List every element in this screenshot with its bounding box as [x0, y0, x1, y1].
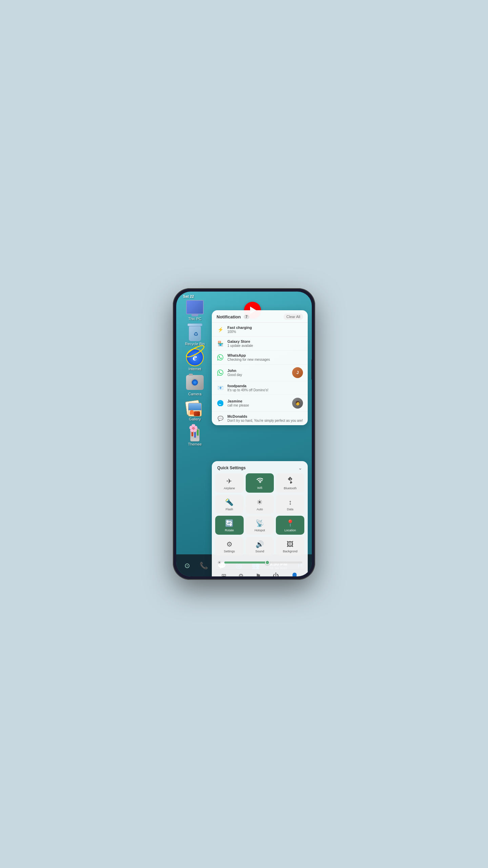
notif-msg-foodpanda: It's up to 49% off Domino's! [227, 388, 303, 392]
airplane-icon: ✈ [226, 477, 232, 485]
brightness-sun-icon: ☀ [217, 560, 222, 565]
side-volume-button[interactable] [311, 359, 312, 380]
galaxy-icon: 🏪 [217, 340, 224, 347]
notif-app-foodpanda: foodpanda [227, 384, 303, 388]
qs-tile-auto[interactable]: ☀ Auto [246, 495, 274, 514]
notif-msg-mcdonalds: Don't try so hard, You're simply perfect… [227, 419, 303, 422]
qs-tile-sound[interactable]: 🔊 Sound [246, 537, 274, 556]
desktop-icons: Thic PC ♻ Recycle Bin e [176, 298, 214, 446]
notif-app-john: John [227, 369, 289, 373]
foodpanda-icon: 📧 [217, 384, 224, 392]
nav-apps-icon[interactable]: ⊙ [184, 561, 190, 570]
background-label: Backgrond [283, 550, 298, 553]
notif-msg-galaxy: 1 update availale [227, 344, 303, 348]
notification-panel: Notification 7 Clear All ⚡ Fast charging… [212, 310, 308, 425]
notif-app-whatsapp: WhatsApp [227, 353, 303, 357]
notif-app-galaxy: Galaxy Store [227, 339, 303, 343]
avatar-john: J [292, 367, 303, 378]
qs-header: Quick Settings ⌄ [215, 465, 304, 473]
flash-icon: 🔦 [225, 498, 233, 506]
notif-app-charging: Fast charging [227, 326, 303, 330]
qs-tile-airplane[interactable]: ✈ Airplane [215, 473, 244, 493]
qs-chevron-icon[interactable]: ⌄ [298, 465, 302, 471]
location-icon: 📍 [286, 519, 294, 527]
rotate-label: Rotate [225, 529, 234, 532]
phone-outer: Sat 22 Thic PC ♻ [173, 288, 315, 580]
notif-content-jasmine: Jasmine call me please [227, 399, 289, 407]
qs-tile-rotate[interactable]: 🔄 Rotate [215, 516, 244, 535]
notif-item-john[interactable]: John Good day J [212, 364, 308, 381]
notif-msg-john: Good day [227, 373, 289, 377]
notif-content-foodpanda: foodpanda It's up to 49% off Domino's! [227, 384, 303, 392]
status-date: Sat 22 [183, 294, 194, 298]
bluetooth-label: Bluetooth [284, 487, 297, 490]
qs-user-icon[interactable]: 👤 [288, 571, 301, 576]
wifi-label: Wifi [257, 486, 262, 490]
notif-app-mcdonalds: McDonalds [227, 414, 303, 418]
avatar-jasmine: 🧑 [292, 398, 303, 409]
qs-tile-settings[interactable]: ⚙ Settings [215, 537, 244, 556]
notif-item-foodpanda[interactable]: 📧 foodpanda It's up to 49% off Domino's! [212, 381, 308, 395]
airplane-label: Airplane [224, 487, 235, 490]
desktop-icon-themee[interactable]: 🌸 Themee [186, 424, 204, 446]
hotspot-label: Hotspot [255, 529, 265, 532]
status-bar: Sat 22 [176, 292, 312, 301]
flash-label: Flash [226, 508, 233, 511]
sound-label: Sound [255, 550, 264, 553]
auto-label: Auto [257, 508, 263, 511]
notif-item-whatsapp[interactable]: WhatsApp Checking for new messages [212, 351, 308, 364]
icon-label-themee: Themee [188, 442, 202, 446]
data-label: Data [287, 508, 293, 511]
notif-item-charging[interactable]: ⚡ Fast charging 100% [212, 323, 308, 337]
nav-phone-icon[interactable]: 📞 [200, 561, 208, 570]
notif-item-jasmine[interactable]: Jasmine call me please 🧑 [212, 395, 308, 412]
notification-count: 7 [244, 315, 250, 319]
icon-label-camera: Camera [188, 392, 201, 396]
charging-icon: ⚡ [217, 326, 224, 333]
sound-icon: 🔊 [256, 540, 264, 548]
qs-title: Quick Settings [217, 466, 246, 470]
notif-content-galaxy: Galaxy Store 1 update availale [227, 339, 303, 348]
notif-title-area: Notification 7 [217, 314, 249, 319]
qs-tile-flash[interactable]: 🔦 Flash [215, 495, 244, 514]
brightness-control: ☀ [215, 558, 304, 567]
notif-content-john: John Good day [227, 369, 289, 377]
notif-content-charging: Fast charging 100% [227, 326, 303, 334]
icon-label-gallery: Gallery [189, 417, 201, 421]
qs-tile-location[interactable]: 📍 Location [276, 516, 304, 535]
qs-tile-data[interactable]: ↕ Data [276, 495, 304, 514]
qs-tile-bluetooth[interactable]: Bluetooth [276, 473, 304, 493]
auto-icon: ☀ [257, 498, 263, 506]
whatsapp-icon [217, 354, 224, 361]
qs-share-icon[interactable]: ⚑ [253, 571, 264, 576]
qs-settings-icon[interactable]: ⚙ [236, 571, 246, 576]
desktop-icon-thic-pc[interactable]: Thic PC [186, 298, 204, 321]
qs-tile-background[interactable]: 🖼 Backgrond [276, 537, 304, 556]
qs-screenshot-icon[interactable]: ⊞ [219, 571, 229, 576]
rotate-icon: 🔄 [225, 519, 233, 527]
desktop-icon-camera[interactable]: Camera [186, 374, 204, 396]
qs-tile-wifi[interactable]: Wifi [246, 473, 274, 493]
notif-item-mcdonalds[interactable]: 💬 McDonalds Don't try so hard, You're si… [212, 412, 308, 425]
qs-grid: ✈ Airplane Wifi Bluetooth [215, 473, 304, 556]
clear-all-button[interactable]: Clear All [284, 314, 303, 320]
qs-tile-hotspot[interactable]: 📡 Hotspot [246, 516, 274, 535]
notif-msg-charging: 100% [227, 330, 303, 334]
quick-settings-panel: Quick Settings ⌄ ✈ Airplane Wifi [212, 461, 308, 576]
qs-power-icon[interactable]: ⏻ [270, 571, 282, 576]
data-icon: ↕ [288, 498, 292, 506]
hotspot-icon: 📡 [256, 519, 264, 527]
notif-content-whatsapp: WhatsApp Checking for new messages [227, 353, 303, 361]
desktop-icon-internet[interactable]: e Internet [186, 349, 204, 371]
notification-title: Notification [217, 314, 241, 319]
desktop-icon-gallery[interactable]: Gallery [186, 399, 204, 421]
john-wa-icon [217, 369, 224, 376]
icon-label-thic-pc: Thic PC [188, 317, 201, 321]
notif-item-galaxy[interactable]: 🏪 Galaxy Store 1 update availale [212, 337, 308, 351]
notif-content-mcdonalds: McDonalds Don't try so hard, You're simp… [227, 414, 303, 422]
background-icon: 🖼 [287, 540, 293, 548]
desktop-icon-recycle-bin[interactable]: ♻ Recycle Bin [185, 323, 205, 346]
bluetooth-icon [287, 477, 293, 485]
brightness-thumb[interactable] [265, 560, 270, 565]
brightness-track[interactable] [224, 561, 302, 564]
